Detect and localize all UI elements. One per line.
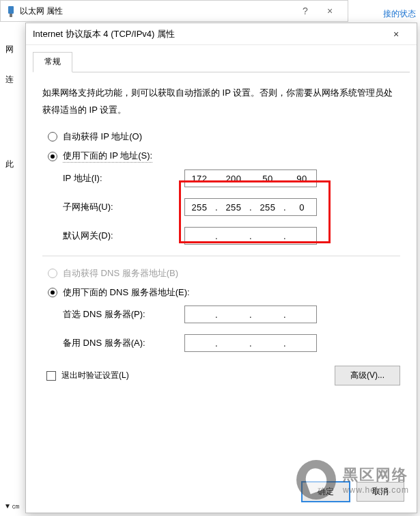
- ok-button[interactable]: 确定: [302, 482, 350, 502]
- description-text: 如果网络支持此功能，则可以获取自动指派的 IP 设置。否则，你需要从网络系统管理…: [42, 85, 400, 118]
- radio-icon: [48, 269, 57, 278]
- inner-title-text: Internet 协议版本 4 (TCP/IPv4) 属性: [33, 28, 382, 40]
- radio-icon: [48, 132, 57, 141]
- input-subnet-mask[interactable]: 255. 255. 255. 0: [184, 198, 317, 216]
- ethernet-properties-window: 以太网 属性 ? ×: [0, 0, 348, 22]
- row-subnet-mask: 子网掩码(U): 255. 255. 255. 0: [63, 198, 400, 216]
- inner-titlebar[interactable]: Internet 协议版本 4 (TCP/IPv4) 属性 ×: [26, 23, 417, 45]
- ip-seg[interactable]: 0: [288, 202, 316, 213]
- label-subnet-mask: 子网掩码(U):: [63, 201, 184, 213]
- radio-icon: [48, 288, 57, 297]
- radio-auto-dns: 自动获得 DNS 服务器地址(B): [48, 267, 400, 280]
- advanced-button[interactable]: 高级(V)...: [335, 366, 400, 385]
- ip-seg[interactable]: 50: [254, 174, 281, 184]
- input-ip-address[interactable]: 172. 200. 50. 90: [184, 169, 317, 187]
- bg-fragment: ▾ ㎝: [5, 500, 20, 512]
- radio-label: 自动获得 DNS 服务器地址(B): [63, 267, 178, 280]
- checkbox-icon: [46, 371, 56, 381]
- svg-rect-0: [8, 6, 14, 14]
- bg-fragment: 网: [5, 44, 14, 55]
- checkbox-validate-on-exit[interactable]: 退出时验证设置(L): [46, 370, 129, 381]
- input-dns-alternate[interactable]: . . .: [184, 334, 317, 352]
- bg-link-status: 接的状态: [383, 8, 416, 20]
- input-dns-preferred[interactable]: . . .: [184, 305, 317, 323]
- input-default-gateway[interactable]: . . .: [184, 227, 317, 245]
- ip-seg[interactable]: 90: [288, 174, 316, 184]
- bg-fragment: 连: [5, 74, 14, 85]
- label-ip-address: IP 地址(I):: [63, 172, 184, 185]
- svg-rect-1: [10, 14, 12, 17]
- outer-help-icon[interactable]: ?: [293, 5, 318, 16]
- ip-seg[interactable]: 172: [186, 174, 213, 184]
- close-button[interactable]: ×: [382, 23, 410, 44]
- tab-general[interactable]: 常规: [33, 52, 72, 72]
- tab-strip: 常规: [26, 45, 417, 72]
- outer-title-text: 以太网 属性: [20, 5, 293, 17]
- dialog-buttons: 确定 取消: [26, 474, 417, 513]
- label-default-gateway: 默认网关(D):: [63, 230, 184, 242]
- ip-seg[interactable]: 255: [220, 202, 247, 213]
- row-ip-address: IP 地址(I): 172. 200. 50. 90: [63, 169, 400, 187]
- row-dns-alternate: 备用 DNS 服务器(A): . . .: [63, 334, 400, 352]
- checkbox-label: 退出时验证设置(L): [61, 370, 129, 381]
- radio-label: 使用下面的 IP 地址(S):: [63, 150, 152, 163]
- radio-auto-ip[interactable]: 自动获得 IP 地址(O): [48, 131, 400, 143]
- ip-seg[interactable]: 200: [220, 174, 247, 184]
- radio-label: 使用下面的 DNS 服务器地址(E):: [63, 286, 190, 299]
- ip-seg[interactable]: 255: [186, 202, 213, 213]
- ethernet-icon: [6, 5, 16, 16]
- ipv4-properties-window: Internet 协议版本 4 (TCP/IPv4) 属性 × 常规 如果网络支…: [25, 23, 417, 513]
- separator: [42, 256, 400, 256]
- radio-label: 自动获得 IP 地址(O): [63, 131, 142, 143]
- radio-manual-ip[interactable]: 使用下面的 IP 地址(S):: [48, 150, 400, 163]
- radio-icon: [48, 152, 57, 161]
- radio-manual-dns[interactable]: 使用下面的 DNS 服务器地址(E):: [48, 286, 400, 299]
- row-dns-preferred: 首选 DNS 服务器(P): . . .: [63, 305, 400, 323]
- label-dns-alternate: 备用 DNS 服务器(A):: [63, 337, 184, 349]
- row-default-gateway: 默认网关(D): . . .: [63, 227, 400, 245]
- ip-seg[interactable]: 255: [254, 202, 281, 213]
- label-dns-preferred: 首选 DNS 服务器(P):: [63, 308, 184, 321]
- bg-fragment: 此: [5, 159, 14, 170]
- outer-titlebar[interactable]: 以太网 属性 ? ×: [1, 1, 348, 21]
- cancel-button[interactable]: 取消: [356, 482, 404, 502]
- outer-close-button[interactable]: ×: [318, 5, 342, 16]
